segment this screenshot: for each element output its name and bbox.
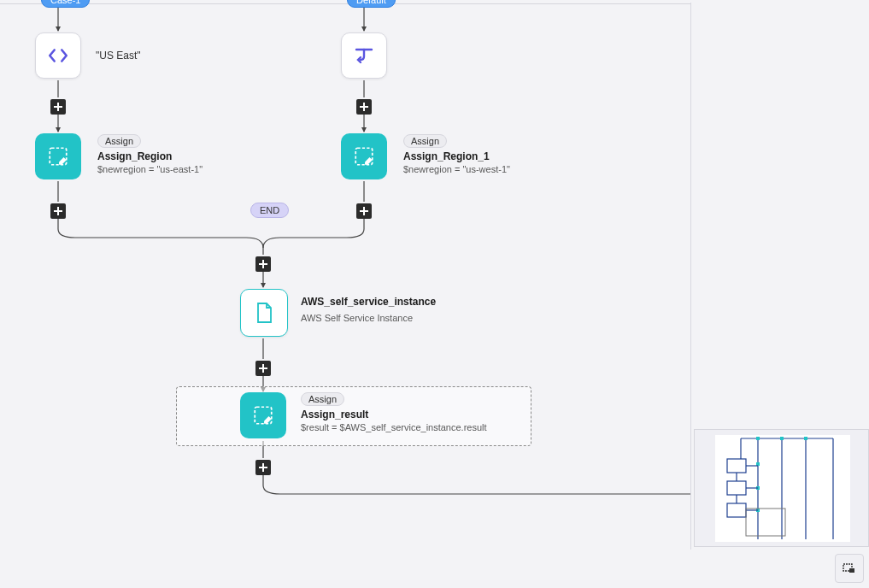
svg-rect-26 (804, 437, 807, 440)
add-step-button[interactable] (255, 256, 271, 272)
add-step-button[interactable] (356, 203, 372, 219)
node-title: Assign_result (301, 409, 368, 420)
svg-rect-40 (849, 568, 854, 573)
chip-label: Assign (403, 134, 447, 148)
node-title: AWS_self_service_instance (301, 296, 436, 308)
document-icon (255, 302, 273, 324)
node-assign-region-1[interactable] (341, 133, 387, 179)
node-aws-instance[interactable] (240, 289, 288, 337)
node-subtitle: $newregion = "us-west-1" (403, 164, 510, 174)
fit-view-icon (843, 562, 856, 575)
svg-rect-31 (727, 481, 746, 495)
svg-rect-32 (727, 503, 746, 517)
add-step-button[interactable] (356, 99, 372, 115)
add-step-button[interactable] (255, 361, 271, 376)
chip-label: Assign (301, 392, 344, 406)
svg-rect-38 (746, 509, 785, 536)
right-guide (690, 3, 691, 550)
node-aws-labels: AWS_self_service_instance AWS Self Servi… (301, 296, 436, 323)
add-step-button[interactable] (50, 203, 66, 219)
end-marker: END (250, 203, 289, 218)
chip-label: Assign (97, 134, 141, 148)
add-step-button[interactable] (255, 460, 271, 475)
node-subtitle: $newregion = "us-east-1" (97, 164, 203, 174)
node-assign-result[interactable] (240, 392, 286, 438)
node-assign-region-1-labels: Assign Assign_Region_1 $newregion = "us-… (403, 134, 510, 174)
node-assign-region-labels: Assign Assign_Region $newregion = "us-ea… (97, 134, 203, 174)
add-step-button[interactable] (50, 99, 66, 115)
branch-pill-label: Default (356, 0, 386, 5)
node-default-value[interactable] (341, 32, 387, 79)
node-title: Assign_Region_1 (403, 150, 490, 162)
minimap[interactable] (694, 429, 869, 547)
code-icon (47, 44, 69, 67)
node-subtitle: $result = $AWS_self_service_instance.res… (301, 422, 487, 432)
node-case1-value[interactable] (35, 32, 81, 79)
branch-pill-default[interactable]: Default (347, 0, 396, 8)
svg-rect-24 (756, 437, 760, 440)
assign-icon (47, 145, 69, 168)
node-assign-region[interactable] (35, 133, 81, 179)
flow-canvas[interactable]: Case-1 Default "US East" Assign Assign_R… (0, 0, 869, 588)
assign-icon (252, 404, 274, 426)
node-assign-result-labels: Assign Assign_result $result = $AWS_self… (301, 392, 487, 432)
node-subtitle: AWS Self Service Instance (301, 313, 436, 323)
end-label: END (260, 205, 279, 215)
minimap-graphic (715, 435, 850, 542)
assign-icon (353, 145, 375, 168)
node-case1-label: "US East" (96, 50, 141, 62)
node-title: Assign_Region (97, 150, 172, 162)
svg-rect-25 (780, 437, 784, 440)
fit-view-button[interactable] (835, 554, 864, 583)
branch-out-icon (353, 46, 375, 65)
branch-pill-label: Case-1 (50, 0, 80, 5)
svg-rect-30 (727, 459, 746, 473)
top-divider (0, 3, 690, 4)
branch-pill-case1[interactable]: Case-1 (41, 0, 90, 8)
